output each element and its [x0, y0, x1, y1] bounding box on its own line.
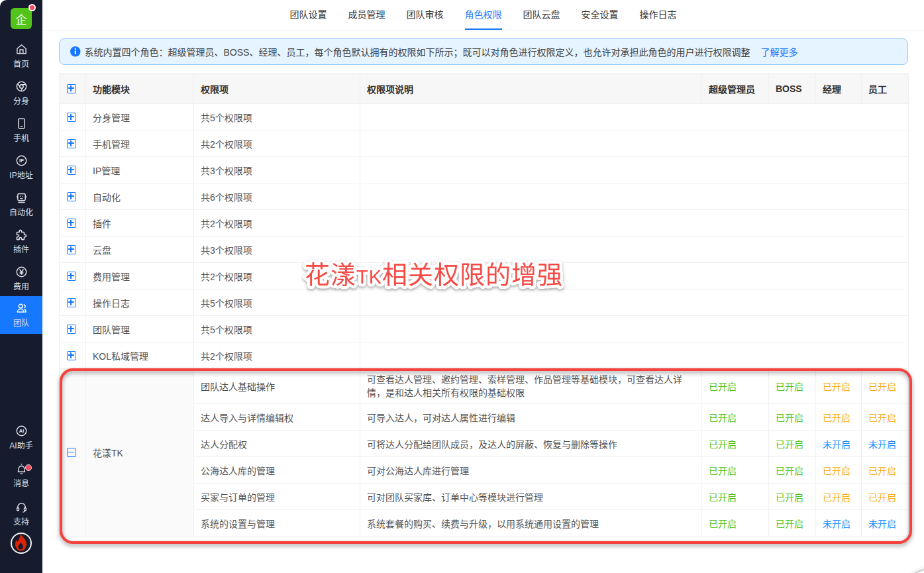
svg-text:花漾TK相关权限的增强: 花漾TK相关权限的增强: [305, 261, 563, 289]
svg-text:AI: AI: [19, 428, 24, 434]
svg-text:IP: IP: [19, 158, 23, 164]
